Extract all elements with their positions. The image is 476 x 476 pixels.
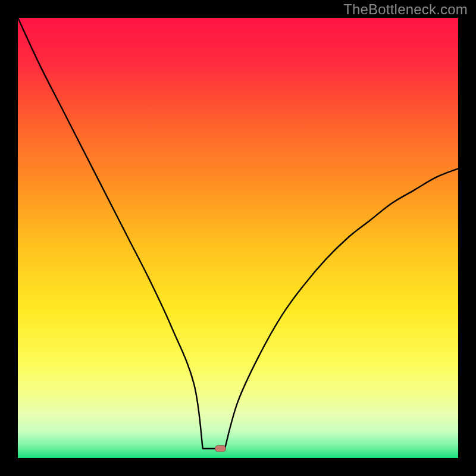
bottleneck-plot bbox=[18, 18, 458, 458]
plot-background bbox=[18, 18, 458, 458]
optimal-marker bbox=[215, 446, 226, 452]
watermark-text: TheBottleneck.com bbox=[343, 1, 468, 18]
chart-frame: TheBottleneck.com bbox=[0, 0, 476, 476]
